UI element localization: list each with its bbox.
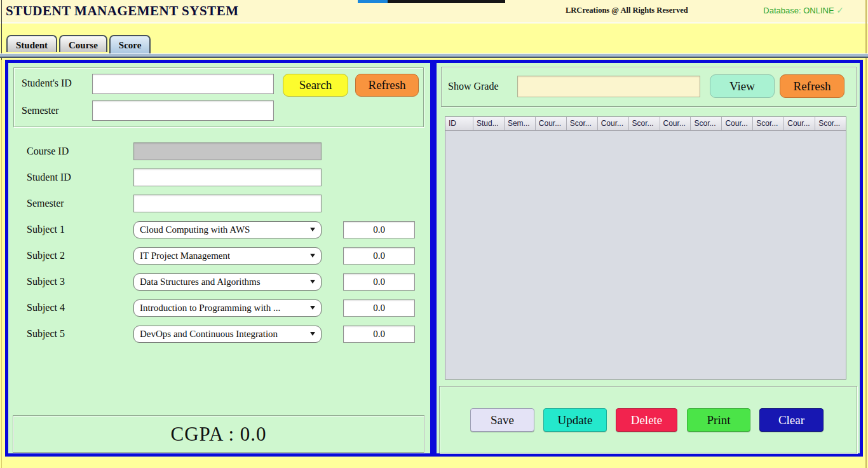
course-id-label: Course ID bbox=[27, 146, 69, 157]
subject-5-course-value: DevOps and Continuous Integration bbox=[140, 326, 278, 342]
student-id-input[interactable] bbox=[133, 169, 322, 186]
delete-button[interactable]: Delete bbox=[616, 408, 677, 432]
page-title: STUDENT MANAGEMENT SYSTEM bbox=[6, 3, 238, 19]
table-header-cell[interactable]: Cour... bbox=[722, 117, 753, 131]
subject-2-course-value: IT Project Management bbox=[140, 248, 230, 264]
chevron-down-icon bbox=[310, 306, 315, 310]
show-grade-input[interactable] bbox=[517, 76, 700, 97]
semester-search-label: Semester bbox=[22, 105, 59, 116]
table-header-cell[interactable]: Sem... bbox=[505, 117, 536, 131]
table-header-cell[interactable]: Scor... bbox=[567, 117, 598, 131]
actions-section: Save Update Delete Print Clear bbox=[439, 386, 857, 453]
cgpa-display: CGPA : 0.0 bbox=[13, 416, 424, 452]
subject-3-score-input[interactable] bbox=[343, 273, 415, 291]
subject-1-course-value: Cloud Computing with AWS bbox=[140, 222, 250, 238]
subject-4-course-select[interactable]: Introduction to Programming with ... bbox=[133, 299, 322, 317]
subject-5-score-input[interactable] bbox=[343, 326, 415, 343]
show-grade-section: Show Grade View Refresh bbox=[441, 67, 857, 107]
table-header-cell[interactable]: Scor... bbox=[815, 117, 846, 131]
semester-search-input[interactable] bbox=[92, 100, 274, 121]
chevron-down-icon bbox=[310, 228, 315, 231]
subject-1-course-select[interactable]: Cloud Computing with AWS bbox=[133, 221, 322, 238]
cgpa-panel: CGPA : 0.0 bbox=[13, 415, 424, 453]
subject-2-label: Subject 2 bbox=[27, 250, 65, 261]
db-status-text: Database: ONLINE bbox=[763, 6, 834, 15]
check-icon: ✓ bbox=[836, 5, 844, 15]
tab-student[interactable]: Student bbox=[6, 35, 57, 52]
top-artifact-black-bar bbox=[388, 0, 505, 3]
table-header-cell[interactable]: Stud... bbox=[473, 117, 505, 131]
tab-bar: Student Course Score bbox=[6, 35, 151, 53]
table-header-cell[interactable]: Scor... bbox=[629, 117, 660, 131]
subject-4-course-value: Introduction to Programming with ... bbox=[140, 300, 280, 316]
window-left-edge bbox=[1, 0, 2, 60]
table-header-cell[interactable]: ID bbox=[445, 117, 473, 131]
chevron-down-icon bbox=[310, 254, 315, 258]
titlebar: STUDENT MANAGEMENT SYSTEM LRCreations @ … bbox=[0, 0, 868, 24]
table-header-cell[interactable]: Cour... bbox=[598, 117, 629, 131]
semester-input[interactable] bbox=[133, 195, 322, 212]
view-button[interactable]: View bbox=[710, 74, 775, 98]
top-artifact-blue-bar bbox=[358, 0, 388, 3]
window-right-edge bbox=[865, 0, 867, 468]
refresh-button-right[interactable]: Refresh bbox=[780, 74, 844, 98]
tab-score[interactable]: Score bbox=[109, 35, 151, 53]
subject-4-score-input[interactable] bbox=[343, 299, 415, 317]
semester-label: Semester bbox=[27, 198, 64, 209]
grades-table-header: ID Stud... Sem... Cour... Scor... Cour..… bbox=[445, 117, 846, 131]
table-header-cell[interactable]: Cour... bbox=[784, 117, 815, 131]
subject-5-course-select[interactable]: DevOps and Continuous Integration bbox=[133, 326, 322, 343]
print-button[interactable]: Print bbox=[687, 408, 750, 432]
score-entry-panel: Student's ID Semester Search Refresh Cou… bbox=[5, 60, 433, 457]
subject-4-label: Subject 4 bbox=[27, 302, 65, 313]
subject-5-label: Subject 5 bbox=[27, 328, 65, 340]
course-id-field bbox=[133, 142, 322, 160]
chevron-down-icon bbox=[310, 332, 315, 336]
subject-2-course-select[interactable]: IT Project Management bbox=[133, 247, 322, 265]
show-grade-label: Show Grade bbox=[448, 81, 499, 92]
subject-1-score-input[interactable] bbox=[343, 221, 415, 238]
grades-table-body[interactable] bbox=[445, 131, 846, 379]
grade-view-panel: Show Grade View Refresh ID Stud... Sem..… bbox=[433, 60, 863, 457]
table-header-cell[interactable]: Scor... bbox=[691, 117, 722, 131]
table-header-cell[interactable]: Cour... bbox=[660, 117, 691, 131]
table-header-cell[interactable]: Cour... bbox=[536, 117, 567, 131]
chevron-down-icon bbox=[310, 280, 315, 284]
subject-2-score-input[interactable] bbox=[343, 247, 415, 265]
clear-button[interactable]: Clear bbox=[759, 408, 824, 432]
db-status-badge: Database: ONLINE ✓ bbox=[763, 5, 844, 15]
students-id-label: Student's ID bbox=[22, 78, 72, 89]
grades-table[interactable]: ID Stud... Sem... Cour... Scor... Cour..… bbox=[445, 116, 846, 380]
tab-strip-divider bbox=[0, 53, 868, 58]
search-button[interactable]: Search bbox=[283, 74, 348, 97]
copyright-text: LRCreations @ All Rights Reserved bbox=[566, 6, 688, 15]
search-section: Student's ID Semester Search Refresh bbox=[13, 67, 424, 127]
subject-3-label: Subject 3 bbox=[27, 276, 65, 287]
table-header-cell[interactable]: Scor... bbox=[753, 117, 784, 131]
subject-1-label: Subject 1 bbox=[27, 224, 65, 235]
refresh-button-left[interactable]: Refresh bbox=[355, 74, 419, 97]
student-id-label: Student ID bbox=[27, 172, 71, 183]
subject-3-course-select[interactable]: Data Structures and Algorithms bbox=[133, 273, 322, 291]
save-button[interactable]: Save bbox=[470, 408, 534, 432]
window-left-edge-lower bbox=[1, 60, 2, 468]
update-button[interactable]: Update bbox=[543, 408, 607, 432]
students-id-input[interactable] bbox=[92, 74, 274, 94]
student-management-window: STUDENT MANAGEMENT SYSTEM LRCreations @ … bbox=[0, 0, 868, 468]
tab-course[interactable]: Course bbox=[59, 35, 107, 52]
subject-3-course-value: Data Structures and Algorithms bbox=[140, 274, 261, 290]
